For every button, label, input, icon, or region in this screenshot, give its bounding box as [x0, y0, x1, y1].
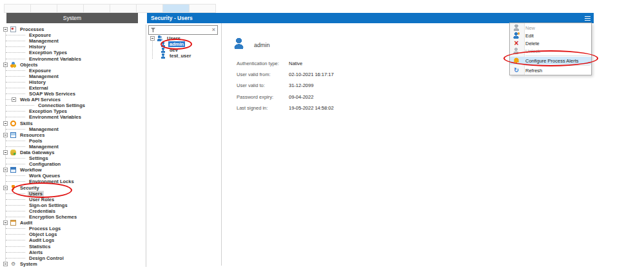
tree-item[interactable]: External [0, 85, 146, 91]
context-menu-item[interactable]: Configure Process Alerts [510, 57, 591, 64]
context-menu-item[interactable]: Unlock [510, 47, 591, 55]
user-node[interactable]: test_user [148, 53, 220, 59]
tree-item[interactable]: Audit Logs [0, 237, 146, 243]
tree-item[interactable]: Objects [0, 62, 146, 68]
tree-connector [6, 70, 25, 71]
tree-item[interactable]: SOAP Web Services [0, 91, 146, 97]
detail-row: Authentication type: Native [237, 61, 334, 72]
collapse-toggle-icon[interactable] [3, 220, 8, 225]
detail-label: Last signed in: [237, 105, 289, 111]
tree-item[interactable]: Object Logs [0, 231, 146, 237]
detail-value: 02-10-2021 16:17:17 [289, 72, 334, 77]
detail-row: User valid from: 02-10-2021 16:17:17 [237, 72, 334, 83]
tree-item[interactable]: Audit [0, 220, 146, 226]
collapse-toggle-icon[interactable] [3, 121, 8, 126]
tree-item[interactable]: Configuration [0, 161, 146, 167]
hamburger-menu-icon[interactable] [585, 16, 590, 21]
tree-item[interactable]: Environment Variables [0, 55, 146, 61]
collapse-toggle-icon[interactable] [150, 36, 155, 41]
context-menu-item[interactable]: Refresh [510, 66, 591, 74]
tree-item[interactable]: Exception Types [0, 108, 146, 114]
tree-item[interactable]: History [0, 44, 146, 50]
tree-item-label: Management [28, 38, 60, 44]
user-node-label: dev [168, 47, 179, 53]
main-tab[interactable] [110, 4, 136, 13]
main-tab-bar [4, 4, 216, 13]
clear-filter-icon[interactable]: × [212, 27, 215, 33]
collapse-toggle-icon[interactable] [3, 186, 8, 190]
system-tree: Processes Exposure Management [0, 26, 146, 267]
tree-node-icon [10, 121, 16, 126]
tree-item[interactable]: Resources [0, 132, 146, 138]
tree-item[interactable]: Process Logs [0, 226, 146, 231]
main-tab[interactable] [136, 4, 162, 13]
tree-item[interactable]: Workflow [0, 167, 146, 173]
detail-row: Password expiry: 09-04-2022 [237, 94, 334, 105]
tree-item[interactable]: Credentials [0, 208, 146, 214]
tree-item[interactable]: Users [0, 191, 146, 197]
tree-item[interactable]: Exposure [0, 32, 146, 38]
tree-item[interactable]: History [0, 79, 146, 85]
tree-item[interactable]: Work Queues [0, 173, 146, 179]
collapse-toggle-icon[interactable] [12, 97, 16, 102]
tree-item[interactable]: Alerts [0, 250, 146, 255]
tree-item[interactable]: Exposure [0, 68, 146, 73]
collapse-toggle-icon[interactable] [3, 262, 8, 266]
main-tab[interactable] [57, 4, 83, 13]
tree-connector [6, 99, 12, 100]
menu-item-icon [513, 40, 520, 46]
tree-item[interactable]: Processes [0, 26, 146, 32]
tree-connector [6, 164, 25, 164]
tree-item[interactable]: Web API Services [0, 97, 146, 103]
tree-item-label: Resources [19, 132, 46, 138]
users-panel: × Users admin dev [146, 23, 222, 266]
user-icon [161, 54, 166, 59]
tree-item[interactable]: Environment Locks [0, 179, 146, 184]
tree-item-label: History [28, 79, 47, 85]
main-tab[interactable] [4, 4, 30, 13]
tree-item[interactable]: Skills [0, 121, 146, 126]
context-menu-item[interactable]: New [510, 24, 591, 32]
tree-item[interactable]: Management [0, 126, 146, 132]
tree-item[interactable]: System [0, 261, 146, 267]
collapse-toggle-icon[interactable] [3, 27, 8, 32]
tree-item[interactable]: Pools [0, 138, 146, 144]
tree-item[interactable]: Security [0, 185, 146, 191]
tree-item[interactable]: Design Control [0, 255, 146, 261]
context-menu-item[interactable]: Delete [510, 39, 591, 47]
users-root-node[interactable]: Users [148, 35, 220, 41]
tree-item-label: Settings [28, 155, 50, 161]
tree-item[interactable]: User Roles [0, 197, 146, 202]
collapse-toggle-icon[interactable] [3, 150, 8, 155]
context-menu-item[interactable]: Edit [510, 32, 591, 39]
main-tab[interactable] [162, 4, 189, 13]
main-tab[interactable] [30, 4, 57, 13]
user-node[interactable]: admin [148, 41, 220, 47]
user-node[interactable]: dev [148, 47, 220, 53]
tree-item[interactable]: Exception Types [0, 50, 146, 55]
tree-item[interactable]: Environment Variables [0, 114, 146, 120]
main-tab[interactable] [189, 4, 216, 13]
tree-item[interactable]: Management [0, 73, 146, 79]
tree-item[interactable]: Connection Settings [0, 103, 146, 108]
collapse-toggle-icon[interactable] [3, 168, 8, 172]
tree-item[interactable]: Management [0, 144, 146, 150]
tree-item[interactable]: Encryption Schemes [0, 214, 146, 220]
filter-funnel-icon[interactable] [151, 28, 155, 32]
detail-value: 19-05-2022 14:58:02 [289, 105, 334, 111]
tree-item-label: Encryption Schemes [28, 214, 78, 220]
main-tab[interactable] [83, 4, 110, 13]
user-filter-input[interactable] [155, 26, 212, 34]
tree-connector [6, 158, 25, 159]
tree-item[interactable]: Data Gateways [0, 150, 146, 155]
tree-connector [6, 52, 25, 53]
tree-item[interactable]: Settings [0, 155, 146, 161]
tree-connector [6, 175, 25, 176]
tree-item-label: Users [28, 191, 44, 197]
collapse-toggle-icon[interactable] [3, 63, 8, 67]
detail-label: Authentication type: [237, 61, 289, 66]
tree-item[interactable]: Management [0, 38, 146, 44]
tree-item[interactable]: Sign-on Settings [0, 202, 146, 208]
collapse-toggle-icon[interactable] [3, 133, 8, 137]
tree-item[interactable]: Statistics [0, 243, 146, 249]
